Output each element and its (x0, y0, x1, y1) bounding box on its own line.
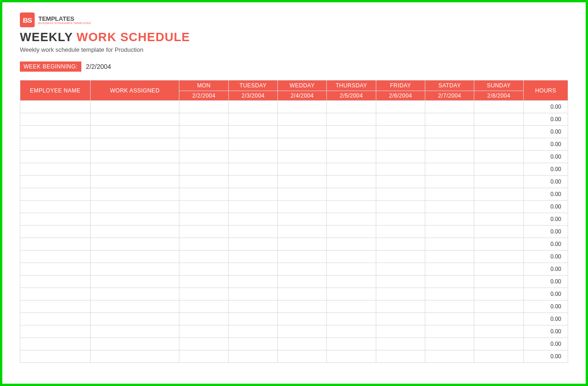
cell-day[interactable] (278, 113, 327, 126)
cell-day[interactable] (228, 276, 277, 288)
cell-day[interactable] (228, 251, 277, 263)
cell-work[interactable] (90, 288, 179, 300)
cell-day[interactable] (179, 176, 228, 188)
cell-work[interactable] (90, 101, 179, 113)
cell-work[interactable] (90, 176, 179, 188)
cell-day[interactable] (425, 138, 474, 151)
cell-day[interactable] (376, 113, 425, 126)
week-beginning-value[interactable]: 2/2/2004 (81, 61, 116, 72)
cell-employee[interactable] (20, 263, 91, 276)
cell-day[interactable] (228, 226, 277, 238)
cell-employee[interactable] (20, 288, 91, 300)
cell-day[interactable] (179, 325, 228, 338)
cell-employee[interactable] (20, 126, 91, 138)
cell-day[interactable] (376, 151, 425, 163)
cell-day[interactable] (376, 201, 425, 213)
cell-day[interactable] (179, 201, 228, 213)
cell-day[interactable] (425, 251, 474, 263)
cell-day[interactable] (327, 126, 376, 138)
cell-day[interactable] (376, 313, 425, 325)
cell-day[interactable] (474, 276, 523, 288)
cell-day[interactable] (425, 238, 474, 251)
cell-day[interactable] (474, 213, 523, 226)
cell-day[interactable] (228, 238, 277, 251)
cell-day[interactable] (228, 288, 277, 300)
cell-day[interactable] (179, 101, 228, 113)
cell-employee[interactable] (20, 176, 91, 188)
cell-day[interactable] (179, 350, 228, 363)
cell-work[interactable] (90, 263, 179, 276)
cell-work[interactable] (90, 151, 179, 163)
cell-day[interactable] (278, 350, 327, 363)
cell-day[interactable] (327, 151, 376, 163)
cell-day[interactable] (179, 300, 228, 313)
cell-day[interactable] (228, 338, 277, 350)
cell-employee[interactable] (20, 251, 91, 263)
cell-employee[interactable] (20, 338, 91, 350)
cell-day[interactable] (425, 188, 474, 201)
cell-day[interactable] (179, 213, 228, 226)
cell-day[interactable] (474, 313, 523, 325)
cell-day[interactable] (228, 325, 277, 338)
cell-day[interactable] (327, 113, 376, 126)
cell-work[interactable] (90, 276, 179, 288)
cell-day[interactable] (425, 213, 474, 226)
cell-employee[interactable] (20, 113, 91, 126)
cell-work[interactable] (90, 213, 179, 226)
cell-day[interactable] (474, 113, 523, 126)
cell-employee[interactable] (20, 163, 91, 176)
cell-day[interactable] (474, 238, 523, 251)
cell-day[interactable] (179, 276, 228, 288)
cell-day[interactable] (474, 126, 523, 138)
cell-day[interactable] (474, 263, 523, 276)
cell-day[interactable] (425, 338, 474, 350)
cell-work[interactable] (90, 188, 179, 201)
cell-day[interactable] (179, 338, 228, 350)
cell-day[interactable] (278, 176, 327, 188)
cell-day[interactable] (327, 276, 376, 288)
cell-day[interactable] (327, 238, 376, 251)
cell-day[interactable] (278, 226, 327, 238)
cell-work[interactable] (90, 138, 179, 151)
cell-day[interactable] (376, 325, 425, 338)
cell-day[interactable] (278, 263, 327, 276)
cell-day[interactable] (327, 325, 376, 338)
cell-day[interactable] (474, 338, 523, 350)
cell-day[interactable] (474, 350, 523, 363)
cell-day[interactable] (327, 101, 376, 113)
cell-day[interactable] (474, 101, 523, 113)
cell-work[interactable] (90, 238, 179, 251)
cell-day[interactable] (278, 288, 327, 300)
cell-day[interactable] (425, 101, 474, 113)
cell-day[interactable] (278, 151, 327, 163)
cell-day[interactable] (228, 201, 277, 213)
cell-day[interactable] (228, 126, 277, 138)
cell-work[interactable] (90, 350, 179, 363)
cell-day[interactable] (474, 300, 523, 313)
cell-day[interactable] (474, 251, 523, 263)
cell-work[interactable] (90, 126, 179, 138)
cell-day[interactable] (327, 201, 376, 213)
cell-day[interactable] (474, 188, 523, 201)
cell-day[interactable] (376, 238, 425, 251)
cell-day[interactable] (278, 251, 327, 263)
cell-employee[interactable] (20, 276, 91, 288)
cell-day[interactable] (474, 226, 523, 238)
cell-day[interactable] (376, 101, 425, 113)
cell-work[interactable] (90, 226, 179, 238)
cell-day[interactable] (327, 300, 376, 313)
cell-day[interactable] (474, 201, 523, 213)
cell-day[interactable] (327, 213, 376, 226)
cell-employee[interactable] (20, 201, 91, 213)
cell-day[interactable] (327, 251, 376, 263)
cell-day[interactable] (327, 176, 376, 188)
cell-day[interactable] (376, 288, 425, 300)
cell-day[interactable] (228, 188, 277, 201)
cell-work[interactable] (90, 325, 179, 338)
cell-day[interactable] (376, 188, 425, 201)
cell-day[interactable] (425, 288, 474, 300)
cell-day[interactable] (278, 213, 327, 226)
cell-day[interactable] (376, 163, 425, 176)
cell-day[interactable] (179, 288, 228, 300)
cell-employee[interactable] (20, 138, 91, 151)
